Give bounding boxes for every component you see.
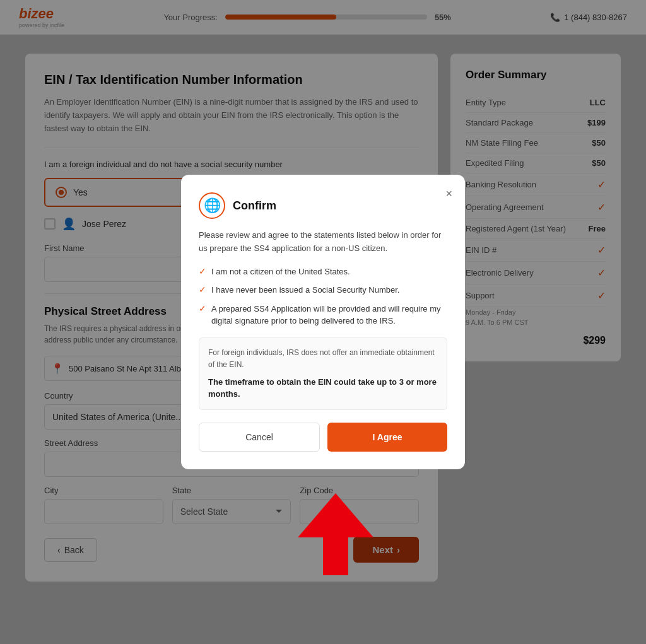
check-items-list: ✓ I am not a citizen of the United State… bbox=[199, 266, 447, 327]
check-mark-2: ✓ bbox=[199, 284, 206, 295]
confirm-modal: 🌐 Confirm × Please review and agree to t… bbox=[181, 175, 465, 469]
modal-footer: Cancel I Agree bbox=[199, 423, 447, 452]
check-item-2: ✓ I have never been issued a Social Secu… bbox=[199, 284, 447, 296]
check-item-3: ✓ A prepared SS4 Application will be pro… bbox=[199, 303, 447, 327]
modal-desc: Please review and agree to the statement… bbox=[199, 229, 447, 255]
svg-marker-0 bbox=[298, 493, 373, 575]
check-text-2: I have never been issued a Social Securi… bbox=[211, 284, 399, 296]
check-mark-3: ✓ bbox=[199, 303, 206, 313]
cancel-button[interactable]: Cancel bbox=[199, 423, 320, 452]
modal-overlay: 🌐 Confirm × Please review and agree to t… bbox=[0, 0, 646, 644]
modal-header: 🌐 Confirm bbox=[199, 192, 447, 219]
modal-close-button[interactable]: × bbox=[443, 185, 455, 203]
modal-title: Confirm bbox=[233, 199, 276, 213]
check-mark-1: ✓ bbox=[199, 266, 206, 276]
agree-button[interactable]: I Agree bbox=[327, 423, 447, 452]
info-box: For foreign individuals, IRS does not of… bbox=[199, 337, 447, 410]
check-text-1: I am not a citizen of the United States. bbox=[211, 266, 350, 278]
arrow-pointer bbox=[298, 493, 373, 578]
check-text-3: A prepared SS4 Application will be provi… bbox=[211, 303, 447, 327]
info-box-bold: The timeframe to obtain the EIN could ta… bbox=[208, 376, 438, 401]
globe-icon: 🌐 bbox=[199, 192, 225, 219]
check-item-1: ✓ I am not a citizen of the United State… bbox=[199, 266, 447, 278]
info-box-text: For foreign individuals, IRS does not of… bbox=[208, 347, 438, 371]
